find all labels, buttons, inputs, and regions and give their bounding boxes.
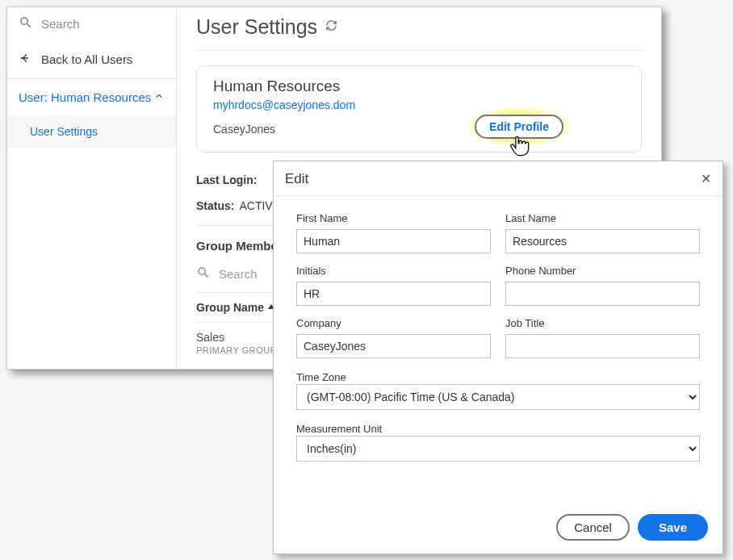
group-search-placeholder: Search [219, 267, 258, 281]
phone-label: Phone Number [505, 265, 700, 277]
sidebar-item-label: User Settings [30, 125, 98, 138]
last-login-label: Last Login: [196, 173, 257, 186]
back-label: Back to All Users [41, 52, 132, 66]
profile-name: Human Resources [213, 77, 625, 95]
search-icon [19, 15, 41, 32]
first-name-field[interactable] [296, 229, 491, 253]
timezone-label: Time Zone [296, 371, 346, 383]
edit-profile-wrapper: Edit Profile [475, 115, 563, 139]
search-placeholder: Search [41, 17, 80, 31]
modal-body: First Name Last Name Initials Phone Numb… [274, 196, 723, 506]
initials-field[interactable] [296, 282, 491, 306]
measurement-select[interactable]: Inches(in) [296, 436, 700, 462]
page-title: User Settings [196, 15, 317, 39]
search-icon [196, 265, 219, 282]
modal-title: Edit [285, 171, 308, 187]
modal-header: Edit ✕ [274, 161, 723, 196]
save-button[interactable]: Save [638, 514, 708, 541]
phone-field[interactable] [505, 282, 700, 306]
measurement-label: Measurement Unit [296, 423, 382, 435]
sidebar-item-user-settings[interactable]: User Settings [7, 115, 176, 148]
sidebar-user-header[interactable]: User: Human Resources [7, 79, 176, 115]
job-title-field[interactable] [505, 334, 700, 358]
edit-profile-modal: Edit ✕ First Name Last Name Initials Pho… [273, 161, 723, 554]
profile-card: Human Resources myhrdocs@caseyjones.dom … [196, 65, 642, 153]
first-name-label: First Name [296, 212, 491, 224]
last-name-field[interactable] [505, 229, 700, 253]
refresh-icon[interactable] [325, 19, 337, 35]
company-label: Company [296, 317, 491, 329]
sidebar: Search Back to All Users User: Human Res… [7, 7, 177, 369]
cursor-hand-icon [508, 134, 530, 161]
modal-footer: Cancel Save [274, 506, 723, 554]
status-label: Status: [196, 199, 234, 212]
arrow-left-icon [19, 52, 41, 67]
page-title-row: User Settings [196, 15, 642, 51]
close-icon[interactable]: ✕ [701, 173, 711, 186]
group-name-column: Group Name [196, 301, 264, 314]
job-title-label: Job Title [505, 317, 700, 329]
back-to-all-users[interactable]: Back to All Users [7, 40, 176, 79]
timezone-select[interactable]: (GMT-08:00) Pacific Time (US & Canada) [296, 384, 700, 410]
last-name-label: Last Name [505, 212, 700, 224]
initials-label: Initials [296, 265, 491, 277]
company-field[interactable] [296, 334, 491, 358]
sidebar-search[interactable]: Search [7, 7, 176, 40]
cancel-button[interactable]: Cancel [556, 514, 630, 541]
chevron-up-icon [153, 90, 165, 104]
sidebar-user-header-label: User: Human Resources [19, 90, 151, 104]
